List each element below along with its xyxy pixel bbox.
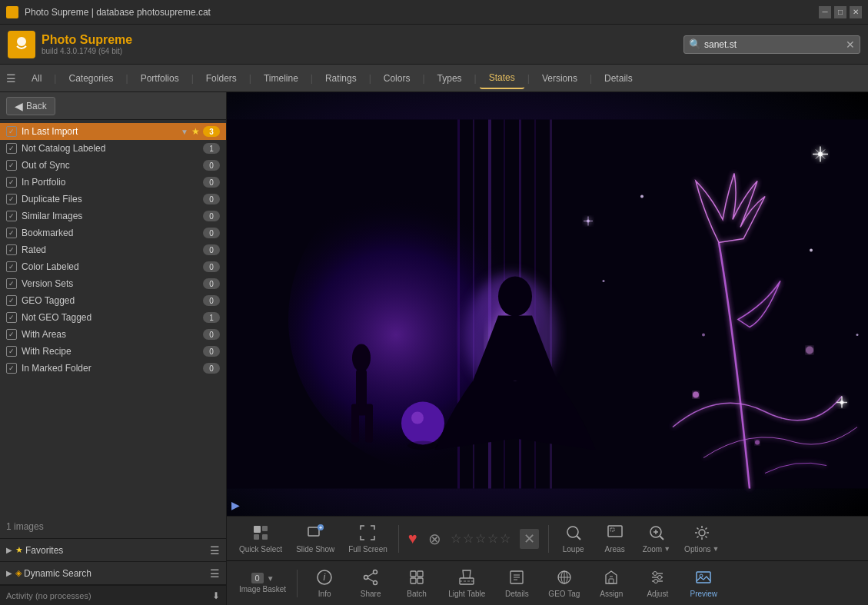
image-basket-button[interactable]: 0 ▼ Image Basket	[233, 563, 292, 603]
state-item-in-marked-folder[interactable]: ✓ In Marked Folder 0	[0, 360, 226, 377]
basket-label: Image Basket	[239, 585, 286, 593]
star-2[interactable]: ☆	[463, 531, 474, 546]
star-5[interactable]: ☆	[500, 531, 510, 546]
state-item-in-portfolio[interactable]: ✓ In Portfolio 0	[0, 174, 226, 191]
images-count: 1 images	[0, 515, 226, 538]
details-icon	[508, 569, 525, 588]
dynamic-search-menu-icon[interactable]: ☰	[210, 567, 220, 580]
assign-icon	[603, 569, 620, 588]
tab-details[interactable]: Details	[595, 68, 642, 89]
nav-corner-icon[interactable]: ▶	[231, 499, 240, 511]
tab-states[interactable]: States	[480, 68, 524, 89]
state-item-geo-tagged[interactable]: ✓ GEO Tagged 0	[0, 292, 226, 309]
tab-all[interactable]: All	[22, 68, 51, 89]
search-box: 🔍 ✕	[683, 35, 860, 54]
star-3[interactable]: ☆	[475, 531, 486, 546]
geo-tag-button[interactable]: GEO Tag	[540, 563, 587, 603]
state-item-duplicate-files[interactable]: ✓ Duplicate Files 0	[0, 191, 226, 208]
search-icon: 🔍	[689, 38, 701, 50]
svg-point-25	[818, 152, 823, 157]
clear-rating-button[interactable]: ✕	[515, 519, 544, 559]
minimize-button[interactable]: ─	[819, 6, 831, 18]
star-1[interactable]: ☆	[451, 531, 461, 546]
state-item-with-areas[interactable]: ✓ With Areas 0	[0, 326, 226, 343]
state-label: With Recipe	[22, 346, 203, 357]
star-4[interactable]: ☆	[487, 531, 498, 546]
state-count: 0	[203, 211, 220, 221]
state-item-version-sets[interactable]: ✓ Version Sets 0	[0, 275, 226, 292]
tab-versions[interactable]: Versions	[533, 68, 587, 89]
zoom-button[interactable]: Zoom ▼	[637, 519, 677, 559]
svg-rect-40	[254, 526, 261, 533]
tab-timeline[interactable]: Timeline	[254, 68, 308, 89]
svg-rect-16	[365, 404, 373, 443]
preview-button[interactable]: Preview	[681, 563, 726, 603]
state-item-color-labeled[interactable]: ✓ Color Labeled 0	[0, 258, 226, 275]
areas-button[interactable]: Areas	[595, 519, 635, 559]
content-area: ▶ Quick Select	[227, 92, 868, 605]
sidebar-item-favorites[interactable]: ▶ ★ Favorites ☰	[0, 539, 226, 562]
options-button[interactable]: Options ▼	[678, 519, 725, 559]
reject-button[interactable]: ⊗	[424, 519, 446, 559]
info-button[interactable]: i Info	[302, 563, 347, 603]
svg-point-33	[603, 280, 605, 282]
quick-select-button[interactable]: Quick Select	[233, 519, 288, 559]
tab-portfolios[interactable]: Portfolios	[131, 68, 188, 89]
svg-point-17	[498, 277, 532, 317]
maximize-button[interactable]: □	[834, 6, 846, 18]
heart-button[interactable]: ♥	[404, 519, 422, 559]
state-item-similar-images[interactable]: ✓ Similar Images 0	[0, 208, 226, 224]
light-table-icon	[458, 569, 475, 588]
dynamic-search-icon: ◈	[15, 568, 22, 578]
fullscreen-button[interactable]: Full Screen	[342, 519, 394, 559]
favorites-menu-icon[interactable]: ☰	[210, 544, 220, 557]
state-item-in-last-import[interactable]: ✓ In Last Import ▼ ★ 3	[0, 123, 226, 140]
tab-ratings[interactable]: Ratings	[316, 68, 366, 89]
sidebar-item-dynamic-search[interactable]: ▶ ◈ Dynamic Search ☰	[0, 562, 226, 585]
state-count: 0	[203, 261, 220, 272]
menu-icon[interactable]: ☰	[6, 72, 16, 85]
state-label: Rated	[22, 244, 203, 255]
loupe-button[interactable]: Loupe	[554, 519, 594, 559]
state-item-not-catalog-labeled[interactable]: ✓ Not Catalog Labeled 1	[0, 140, 226, 157]
fullscreen-label: Full Screen	[348, 545, 387, 553]
svg-point-47	[567, 527, 578, 537]
geo-tag-label: GEO Tag	[548, 590, 580, 598]
light-table-button[interactable]: Light Table	[441, 563, 493, 603]
share-button[interactable]: Share	[348, 563, 393, 603]
search-input[interactable]	[704, 39, 846, 50]
artwork-svg	[227, 92, 868, 516]
state-label: Duplicate Files	[22, 194, 203, 204]
back-label: Back	[26, 101, 47, 111]
state-item-bookmarked[interactable]: ✓ Bookmarked 0	[0, 224, 226, 241]
tab-categories[interactable]: Categories	[59, 68, 122, 89]
details-button[interactable]: Details	[494, 563, 539, 603]
adjust-button[interactable]: Adjust	[635, 563, 680, 603]
filter-icon: ▼	[181, 128, 188, 136]
adjust-label: Adjust	[647, 590, 668, 598]
state-item-with-recipe[interactable]: ✓ With Recipe 0	[0, 343, 226, 360]
assign-button[interactable]: Assign	[589, 563, 634, 603]
state-item-rated[interactable]: ✓ Rated 0	[0, 241, 226, 258]
svg-point-20	[407, 441, 438, 450]
state-checkbox: ✓	[6, 228, 17, 238]
info-label: Info	[318, 590, 331, 598]
fullscreen-icon	[359, 524, 376, 544]
back-button[interactable]: ◀ Back	[6, 97, 55, 115]
expand-arrow-icon: ▶	[6, 569, 12, 577]
close-button[interactable]: ✕	[850, 6, 862, 18]
tab-folders[interactable]: Folders	[197, 68, 246, 89]
tab-types[interactable]: Types	[428, 68, 471, 89]
state-item-out-of-sync[interactable]: ✓ Out of Sync 0	[0, 157, 226, 174]
tab-colors[interactable]: Colors	[374, 68, 420, 89]
search-clear-icon[interactable]: ✕	[846, 38, 855, 51]
options-icon	[693, 524, 710, 544]
state-checkbox: ✓	[6, 295, 17, 306]
state-label: Out of Sync	[22, 160, 203, 171]
batch-label: Batch	[407, 590, 427, 598]
state-checkbox: ✓	[6, 177, 17, 188]
batch-button[interactable]: Batch	[394, 563, 439, 603]
state-item-not-geo-tagged[interactable]: ✓ Not GEO Tagged 1	[0, 309, 226, 326]
slideshow-button[interactable]: + Slide Show	[290, 519, 341, 559]
state-count: 0	[203, 228, 220, 238]
